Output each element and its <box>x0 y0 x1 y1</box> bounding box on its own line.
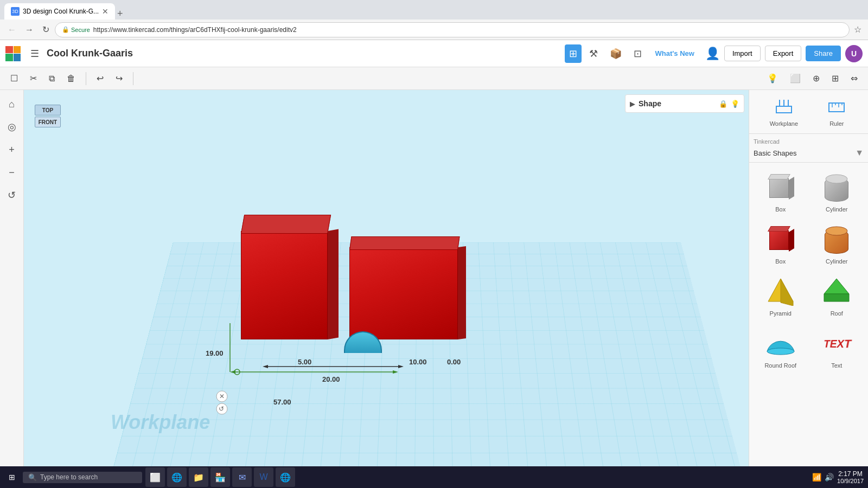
nav-actions: ☆ <box>852 22 864 37</box>
shape-item-cylinder-gray[interactable]: Cylinder <box>811 168 863 216</box>
roof-icon <box>820 275 853 308</box>
taskbar-chrome-button[interactable]: 🌐 <box>276 467 295 487</box>
zoom-in-button[interactable]: + <box>2 140 22 159</box>
start-button[interactable]: ⊞ <box>4 471 20 484</box>
tab-close-button[interactable]: ✕ <box>102 7 108 16</box>
undo-button[interactable]: ↩ <box>92 70 108 87</box>
workplane-tool[interactable]: Workplane <box>770 97 798 127</box>
taskbar-browser-button[interactable]: 🌐 <box>167 467 187 487</box>
header-tools: ⊞ ⚒ 📦 ⊡ What's New <box>565 44 699 63</box>
address-bar[interactable]: 🔒 Secure https://www.tinkercad.com/thing… <box>55 22 850 37</box>
shape-category-selector[interactable]: Tinkercad Basic Shapes ▼ <box>749 134 868 163</box>
volume-icon: 🔊 <box>825 473 834 481</box>
taskbar-word-button[interactable]: W <box>254 467 273 487</box>
ruler-tool[interactable]: Ruler <box>826 97 847 127</box>
pyramid-label: Pyramid <box>770 310 792 317</box>
import-button[interactable]: Import <box>724 46 761 61</box>
svg-point-28 <box>826 227 847 235</box>
mirror-button[interactable]: ⇔ <box>846 70 863 87</box>
text-shape-icon: TEXT <box>820 328 853 360</box>
browser-chrome: 3D 3D design Cool Krunk-G... ✕ + ← → ↻ 🔒… <box>0 0 868 40</box>
text-shape-visual: TEXT <box>824 337 851 350</box>
shape-item-pyramid[interactable]: Pyramid <box>755 272 807 320</box>
shape-item-roof[interactable]: Roof <box>811 272 863 320</box>
box-gray-icon <box>764 171 797 204</box>
view-top-face[interactable]: TOP <box>35 105 61 115</box>
scene: Workplane <box>24 90 749 488</box>
grid-view-button[interactable]: ⊞ <box>565 44 582 63</box>
taskbar-search-icon: 🔍 <box>28 473 37 481</box>
home-button[interactable]: ⌂ <box>2 94 22 114</box>
redo-button[interactable]: ↪ <box>111 70 127 87</box>
category-arrow-icon: ▼ <box>855 148 864 158</box>
orbit-button[interactable]: ↺ <box>2 185 22 205</box>
export-button[interactable]: Export <box>765 46 802 61</box>
round-roof-icon <box>764 328 797 360</box>
new-shape-button[interactable]: ☐ <box>5 70 23 87</box>
svg-marker-31 <box>824 279 849 294</box>
shape-item-text[interactable]: TEXT Text <box>811 324 863 372</box>
main-content: ⌂ ◎ + − ↺ TOP FRONT ▶ Shape 🔒 💡 <box>0 90 868 488</box>
shape-item-cylinder-orange[interactable]: Cylinder <box>811 220 863 268</box>
align-button[interactable]: ⊞ <box>827 70 844 87</box>
tray-time: 2:17 PM 10/9/2017 <box>837 470 864 484</box>
cut-button[interactable]: ✂ <box>25 70 42 87</box>
fit-button[interactable]: ◎ <box>2 117 22 137</box>
sidebar-tools: Workplane Ruler <box>749 90 868 134</box>
user-avatar[interactable]: U <box>845 45 863 62</box>
box-red-label: Box <box>775 258 786 265</box>
tinkercad-logo <box>5 46 21 61</box>
whats-new-button[interactable]: What's New <box>649 47 699 60</box>
menu-icon[interactable]: ☰ <box>28 46 41 62</box>
workplane-tool-button[interactable]: ⊕ <box>808 70 825 87</box>
network-icon: 📶 <box>812 473 821 481</box>
view-cube[interactable]: TOP FRONT <box>28 94 67 138</box>
svg-marker-32 <box>824 294 849 301</box>
viewport[interactable]: TOP FRONT ▶ Shape 🔒 💡 Workplane <box>24 90 749 488</box>
taskbar-explorer-button[interactable]: 📁 <box>189 467 208 487</box>
project-name[interactable]: Cool Krunk-Gaaris <box>47 48 133 59</box>
nav-bar: ← → ↻ 🔒 Secure https://www.tinkercad.com… <box>0 20 868 40</box>
import-shape-button[interactable]: 📦 <box>605 44 626 63</box>
workplane-tool-label: Workplane <box>770 120 798 127</box>
taskbar-cortana-button[interactable]: ⬜ <box>145 467 165 487</box>
delete-button[interactable]: 🗑 <box>62 70 80 87</box>
taskbar-store-button[interactable]: 🏪 <box>210 467 230 487</box>
bookmark-button[interactable]: ☆ <box>852 22 864 37</box>
shape-item-box-red[interactable]: Box <box>755 220 807 268</box>
shape-item-round-roof[interactable]: Round Roof <box>755 324 807 372</box>
taskbar-tray: 📶 🔊 2:17 PM 10/9/2017 <box>812 470 864 484</box>
tray-time-main: 2:17 PM <box>837 470 864 478</box>
back-button[interactable]: ← <box>4 23 20 37</box>
forward-button[interactable]: → <box>22 23 37 37</box>
address-text: https://www.tinkercad.com/things/arC6dTH… <box>93 26 843 34</box>
build-button[interactable]: ⚒ <box>585 44 602 63</box>
new-tab-button[interactable]: + <box>117 8 123 20</box>
share-button[interactable]: Share <box>806 46 841 61</box>
taskbar-mail-button[interactable]: ✉ <box>232 467 252 487</box>
taskbar-search-text: Type here to search <box>40 473 98 481</box>
workplane-icon <box>773 97 795 118</box>
cylinder-gray-icon <box>820 171 853 204</box>
toolbar-divider-2 <box>133 72 133 85</box>
roof-label: Roof <box>831 310 843 317</box>
red-box-right[interactable] <box>349 236 458 329</box>
text-label: Text <box>831 362 842 369</box>
account-icon[interactable]: 👤 <box>705 47 720 61</box>
svg-point-33 <box>767 348 794 355</box>
header-right: 👤 Import Export Share U <box>705 45 863 62</box>
shape-item-box-gray[interactable]: Box <box>755 168 807 216</box>
copy-button[interactable]: ⧉ <box>44 70 60 87</box>
zoom-out-button[interactable]: − <box>2 163 22 182</box>
red-box-left[interactable] <box>241 215 328 323</box>
settings-button[interactable]: ⊡ <box>629 44 646 63</box>
active-tab[interactable]: 3D 3D design Cool Krunk-G... ✕ <box>4 3 115 20</box>
reload-button[interactable]: ↻ <box>39 22 53 37</box>
selection-button[interactable]: ⬜ <box>785 70 806 87</box>
view-front-face[interactable]: FRONT <box>35 117 61 127</box>
right-sidebar: Workplane Ruler <box>749 90 868 488</box>
light-button[interactable]: 💡 <box>762 70 783 87</box>
taskbar: ⊞ 🔍 Type here to search ⬜ 🌐 📁 🏪 ✉ W 🌐 📶 … <box>0 466 868 488</box>
tab-bar: 3D 3D design Cool Krunk-G... ✕ + <box>0 0 868 20</box>
taskbar-search[interactable]: 🔍 Type here to search <box>23 472 142 483</box>
